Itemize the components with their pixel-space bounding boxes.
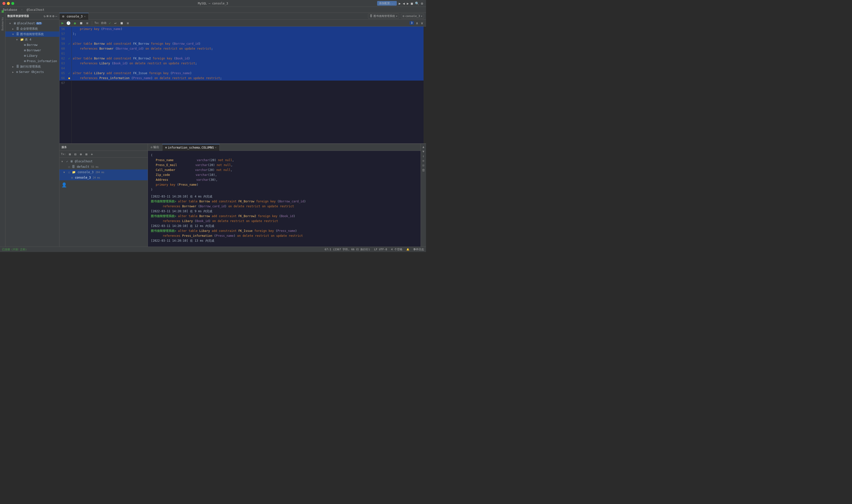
output-right-icons: ▲ ▼ ↕ ≡ ⊡ 🗑 (421, 144, 426, 247)
tx-check[interactable]: ✓ (108, 21, 112, 25)
output-open-paren: ( (151, 153, 418, 158)
code-content-66: references Press_information (Press_name… (72, 76, 424, 80)
sidebar-item-enterprise[interactable]: ▶ 🗄 企业管理系统 (5, 26, 59, 32)
editor-scrollbar[interactable] (424, 26, 426, 143)
stop-button[interactable]: ⏹ (78, 21, 84, 25)
code-lines: primary key (Press_name) ); alter table … (72, 26, 424, 143)
log-entry-4-timestamp: [2022-03-11 14:20:10] 在 13 ms 内完成 (151, 238, 418, 243)
minimize-button[interactable] (7, 2, 10, 5)
db-icon: 🗄 (16, 27, 19, 31)
menu-localhost[interactable]: @localhost (25, 7, 45, 12)
sidebar-item-press[interactable]: ⊞ Press_information (5, 58, 59, 64)
console-context-selector[interactable]: ⊡ console_3 ▼ (401, 14, 424, 18)
tx-list[interactable]: ≡ (126, 21, 130, 25)
exec-button[interactable]: ● (73, 21, 77, 25)
menu-database[interactable]: Database (2, 7, 18, 12)
tx-back[interactable]: ↩ (113, 21, 117, 25)
align-icon[interactable]: ≡ (423, 159, 425, 163)
code-line-67 (72, 80, 424, 86)
vtab-db-explorer[interactable]: 数据库资源管理器 (0, 14, 5, 16)
tab-console-3[interactable]: ⊡ console_3 ✕ (59, 13, 89, 20)
code-line-65: alter table Libary add constraint FK_Iss… (72, 71, 424, 76)
event-log-icon[interactable]: 🔔 (406, 248, 409, 251)
sidebar-title: 数据库资源管理器 (7, 14, 29, 18)
wrap-icon[interactable]: ↕ (423, 154, 425, 158)
run-button[interactable]: ▶ (61, 21, 64, 25)
filter-icon[interactable]: ⊞ (47, 14, 49, 18)
scroll-down-icon[interactable]: ▼ (423, 149, 425, 153)
svc-grid-icon[interactable]: ⊕ (79, 152, 83, 157)
console-context-icon: ⊡ (403, 15, 404, 18)
settings-icon[interactable]: ⚙ (421, 1, 423, 5)
log-entry-1-sql1: 图书借阅管理系统> alter table Borrow add constra… (151, 199, 418, 204)
refresh-icon[interactable]: ↻ (44, 14, 46, 18)
sidebar-item-tables[interactable]: ▼ 📁 表 4 (5, 37, 59, 42)
add-config-button[interactable]: 添加配置... (377, 1, 397, 6)
close-button[interactable] (2, 2, 5, 5)
svc-item-console3[interactable]: ⊡ console_3 24 ms (59, 175, 148, 180)
code-editor[interactable]: 56 57 58 59 ✓ 60 (59, 26, 426, 143)
db-context-selector[interactable]: 🗄 图书借阅管理系统 ▼ (368, 14, 399, 19)
svc-add-icon[interactable]: ⊞ (84, 152, 88, 157)
gear-icon[interactable]: ⚙ (52, 14, 54, 18)
close-sidebar-icon[interactable]: — (55, 14, 57, 18)
expand-icon[interactable]: ∧ (415, 21, 419, 25)
sort-icon[interactable]: ≡ (50, 14, 52, 18)
folder-icon: 📁 (72, 170, 76, 174)
sidebar-item-travel[interactable]: ▶ 🗄 旅行社管理系统 (5, 64, 59, 69)
gutter-65: ✓ (67, 71, 71, 76)
traffic-lights[interactable] (2, 2, 14, 5)
output-tab-columns[interactable]: ⊞ information_schema.COLUMNS ✕ (162, 144, 220, 151)
run-icon[interactable]: ▶ (399, 1, 401, 5)
sidebar-item-borrower[interactable]: ⊞ Borrower (5, 48, 59, 53)
sidebar-item-server-objects[interactable]: ▶ ⚙ Server Objects (5, 69, 59, 75)
stop-icon[interactable]: ■ (411, 1, 413, 5)
services-header: 服务 (59, 144, 148, 151)
search-icon[interactable]: 🔍 (415, 1, 419, 5)
scroll-up-icon[interactable]: ▲ (423, 145, 425, 149)
svc-filter-icon[interactable]: ⊟ (73, 152, 77, 157)
svc-localhost-label: @localhost (75, 160, 93, 163)
columns-tab-close[interactable]: ✕ (215, 146, 216, 149)
code-content-56: primary key (Press_name) (72, 26, 424, 32)
line-num-63: 63 (59, 61, 67, 66)
table-icon: ⊞ (24, 59, 26, 63)
sidebar-item-borrow[interactable]: ⊞ Borrow (5, 42, 59, 48)
history-button[interactable]: 🕐 (65, 21, 71, 25)
code-line-58 (72, 36, 424, 41)
forward-icon[interactable]: ▶ (407, 1, 409, 5)
sidebar-header: 数据库资源管理器 ↻ ⊞ ≡ ⚙ — (5, 13, 59, 20)
output-tab-output[interactable]: ⊡ 输出 (148, 144, 162, 151)
enterprise-label: 企业管理系统 (20, 27, 38, 31)
sidebar-item-localhost[interactable]: ▼ 🖥 @localhost 3/7 (5, 21, 59, 26)
tx-stop[interactable]: ⏹ (119, 21, 124, 25)
encoding-label: LF UTF-8 (374, 248, 387, 251)
copy-icon[interactable]: ⊡ (423, 164, 425, 167)
chevron-down-icon2: ▼ (421, 15, 422, 17)
gutter-59: ✓ (67, 41, 71, 46)
collapse-icon[interactable]: ∨ (420, 21, 424, 25)
maximize-button[interactable] (11, 2, 14, 5)
delete-icon[interactable]: 🗑 (422, 168, 425, 172)
svc-item-localhost[interactable]: ▼ ✓ 🖥 @localhost (59, 159, 148, 164)
svc-item-console3-group[interactable]: ▼ ○ 📁 console_3 204 ms (59, 169, 148, 175)
svc-align-icon[interactable]: ⊞ (68, 152, 72, 157)
gutter-58 (67, 36, 71, 41)
arrow-icon: ▶ (12, 28, 16, 30)
vtab-bookmarks[interactable]: Bookmarks (1, 16, 4, 32)
tab-close-icon[interactable]: ✕ (84, 15, 86, 18)
arrow-icon: ▶ (12, 71, 16, 73)
localhost-label: @localhost (17, 22, 35, 25)
svc-item-default[interactable]: ○ 🗄 default 55 ms (59, 164, 148, 169)
output-field-5: Address varchar(30), (151, 177, 418, 182)
tab-bar: ⊡ console_3 ✕ 🗄 图书借阅管理系统 ▼ ⊡ console_3 ▼ (59, 13, 426, 20)
table-icon: ⊞ (24, 49, 26, 52)
back-icon[interactable]: ◀ (403, 1, 405, 5)
sidebar-item-libary[interactable]: ⊞ Libary (5, 53, 59, 58)
sidebar-item-library[interactable]: ▼ 🗄 图书借阅管理系统 (5, 32, 59, 37)
code-content-67 (72, 80, 424, 86)
console-icon: ⊡ (63, 15, 64, 18)
add-person-icon[interactable]: 👤 (61, 182, 67, 187)
svc-new-icon[interactable]: + (90, 152, 94, 157)
format-button[interactable]: ≡ (85, 21, 89, 25)
